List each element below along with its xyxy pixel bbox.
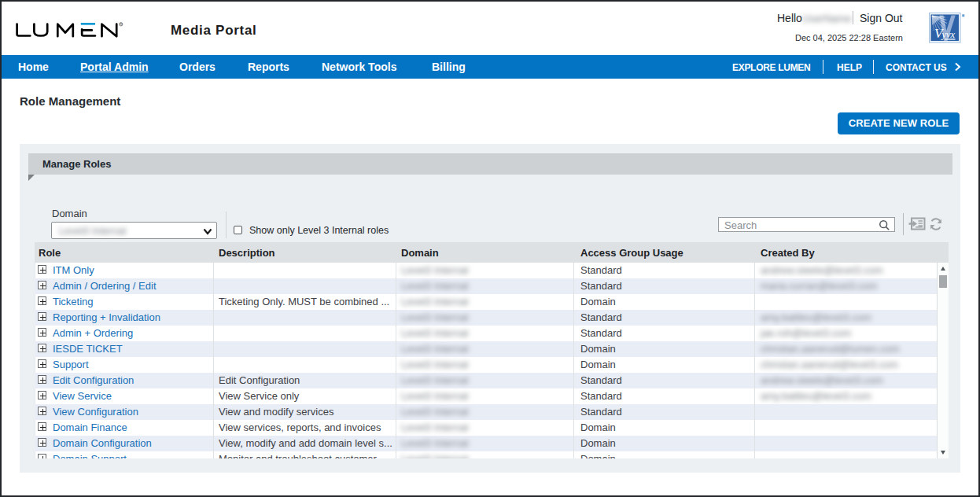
svg-text:yvx: yvx bbox=[941, 29, 956, 40]
svg-text:R: R bbox=[120, 23, 122, 26]
